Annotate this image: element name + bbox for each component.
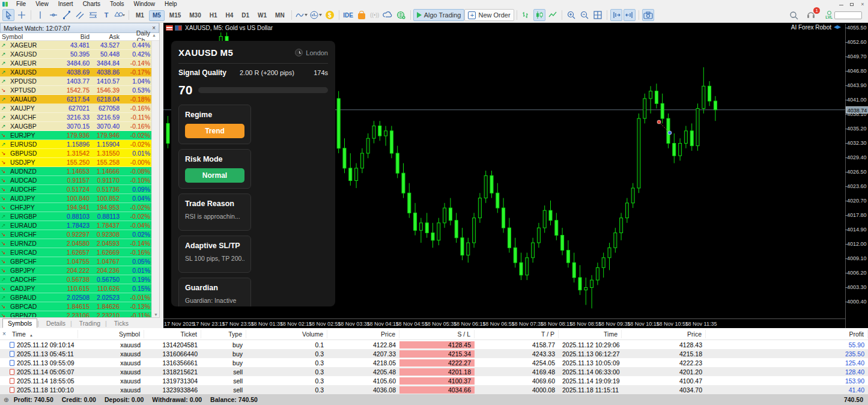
menu-window[interactable]: Window [129, 1, 160, 7]
market-watch-row-gbpusd[interactable]: ↘GBPUSD1.315421.315500.01% [0, 149, 152, 158]
market-watch-row-xptusd[interactable]: ↘XPTUSD1542.751546.390.53% [0, 86, 152, 95]
scroll-down-icon[interactable]: ▼ [152, 312, 160, 317]
market-watch-row-xauaud[interactable]: ↗XAUAUD6217.546218.04-0.18% [0, 95, 152, 104]
close-toolbox-icon[interactable]: × [0, 330, 8, 337]
toolbox-column-sl[interactable]: S / L [399, 330, 475, 338]
support-icon[interactable]: 1 [805, 9, 817, 21]
fibonacci-tool-icon[interactable] [87, 9, 99, 21]
market-watch-row-cadchf[interactable]: ↗CADCHF0.567380.567500.19% [0, 275, 152, 284]
menu-file[interactable]: File [11, 1, 31, 7]
menu-charts[interactable]: Charts [78, 1, 105, 7]
close-icon[interactable]: × [152, 25, 156, 31]
market-watch-header[interactable]: Symbol Bid Ask Daily Ch... ▲ [0, 33, 159, 41]
market-watch-row-eurjpy[interactable]: ↘EURJPY179.936179.946-0.02% [0, 131, 152, 140]
trendline-tool-icon[interactable] [61, 9, 73, 21]
market-watch-row-audchf[interactable]: ↘AUDCHF0.517240.517360.09% [0, 185, 152, 194]
market-watch-row-eurusd[interactable]: ↗EURUSD1.158961.15904-0.02% [0, 140, 152, 149]
market-watch-scrollbar[interactable]: ▼ [151, 41, 159, 317]
candlestick-style-icon[interactable] [533, 9, 545, 21]
toolbox-column-profit[interactable]: Profit [706, 330, 868, 338]
level-widget[interactable]: LVL [825, 11, 862, 19]
chart-title-bar[interactable]: XAUUSD, M5: Gold vs US Dollar [163, 23, 868, 32]
cloud-icon[interactable] [382, 9, 394, 21]
market-watch-row-xaujpy[interactable]: ↗XAUJPY627021627058-0.16% [0, 104, 152, 113]
market-watch-row-euraud[interactable]: ↗EURAUD1.784231.78437-0.04% [0, 221, 152, 230]
shapes-tool-icon[interactable] [114, 9, 126, 21]
toolbox-column-ticket[interactable]: Ticket [144, 330, 201, 338]
toolbox-column-type[interactable]: Type [201, 330, 246, 338]
market-watch-row-gbpchf[interactable]: ↘GBPCHF1.047551.047670.05% [0, 257, 152, 266]
market-watch-row-audcad[interactable]: ↘AUDCAD0.911570.91170-0.10% [0, 176, 152, 185]
market-watch-row-gbpnzd[interactable]: ↘GBPNZD2.231062.23210-0.11% [0, 311, 152, 317]
ide-button[interactable]: IDE [342, 9, 354, 21]
dock-left-icon[interactable] [624, 9, 636, 21]
screenshot-icon[interactable] [642, 9, 654, 21]
community-icon[interactable] [395, 9, 407, 21]
market-watch-row-audnzd[interactable]: ↘AUDNZD1.146531.14666-0.08% [0, 167, 152, 176]
menu-tools[interactable]: Tools [105, 1, 129, 7]
toolbox-column-time[interactable]: Time▲ [8, 330, 78, 338]
toolbox-column-tp[interactable]: T / P [475, 330, 559, 338]
toolbox-column-price[interactable]: Price [622, 330, 706, 338]
market-watch-row-xageur[interactable]: ↗XAGEUR43.48143.5270.44% [0, 41, 152, 50]
line-chart-style-icon[interactable] [547, 9, 559, 21]
market-watch-row-xauchf[interactable]: ↗XAUCHF3216.333216.59-0.11% [0, 113, 152, 122]
tab-trading[interactable]: Trading [74, 319, 105, 327]
history-row[interactable]: 2025.11.13 05:45:11xauusd1316066440buy0.… [0, 349, 868, 358]
tab-ticks[interactable]: Ticks [109, 319, 133, 327]
text-tool-icon[interactable]: T [100, 9, 112, 21]
history-row[interactable]: 2025.11.14 05:05:07xauusd1318215621sell0… [0, 367, 868, 376]
zoom-out-icon[interactable] [578, 9, 590, 21]
toolbox-column-time[interactable]: Time [559, 330, 622, 338]
market-watch-row-xagusd[interactable]: ↗XAGUSD50.39550.4480.42% [0, 50, 152, 59]
crosshair-tool-icon[interactable] [16, 9, 28, 21]
menu-help[interactable]: Help [160, 1, 182, 7]
time-axis[interactable]: 17 Nov 202517 Nov 23:1517 Nov 23:5518 No… [163, 318, 845, 328]
timeframe-m5[interactable]: M5 [149, 10, 165, 21]
search-icon[interactable] [788, 9, 800, 21]
new-order-button[interactable]: + New Order [464, 9, 514, 21]
timeframe-m30[interactable]: M30 [186, 10, 204, 21]
indicators-icon[interactable] [309, 9, 323, 21]
toolbox-column-volume[interactable]: Volume [246, 330, 327, 338]
signals-icon[interactable]: ((•)) [369, 9, 381, 21]
history-row[interactable]: 2025.11.12 09:10:14xauusd1314204581buy0.… [0, 340, 868, 349]
restore-button[interactable] [846, 1, 857, 7]
timeframe-h4[interactable]: H4 [222, 10, 237, 21]
risk-normal-button[interactable]: Normal [185, 168, 244, 183]
toolbox-header[interactable]: ×Time▲SymbolTicketTypeVolumePriceS / LT … [0, 328, 868, 340]
vertical-line-tool-icon[interactable] [34, 9, 46, 21]
history-row[interactable]: 2025.11.13 09:55:09xauusd1316356661buy0.… [0, 358, 868, 367]
market-watch-row-xpdusd[interactable]: ↗XPDUSD1403.771410.571.04% [0, 77, 152, 86]
market-watch-row-eurgbp[interactable]: ↗EURGBP0.881030.88113-0.02% [0, 212, 152, 221]
tile-windows-icon[interactable] [592, 9, 604, 21]
timeframe-mn[interactable]: MN [272, 10, 288, 21]
market-watch-row-xauusd[interactable]: ↗XAUUSD4038.694038.86-0.17% [0, 68, 152, 77]
chart-mode-icon[interactable] [295, 9, 308, 21]
market-watch-row-audjpy[interactable]: ↘AUDJPY100.840100.8520.04% [0, 194, 152, 203]
market-watch-row-usdjpy[interactable]: ↘USDJPY155.250155.258-0.00% [0, 158, 152, 167]
market-watch-row-eurchf[interactable]: ↘EURCHF0.922970.923080.02% [0, 230, 152, 239]
toolbox-column-price[interactable]: Price [327, 330, 399, 338]
toolbox-column-symbol[interactable]: Symbol [78, 330, 144, 338]
bar-chart-style-icon[interactable] [520, 9, 532, 21]
tab-details[interactable]: Details [41, 319, 70, 327]
history-row[interactable]: 2025.11.18 11:00:10xauusd1323933846sell0… [0, 385, 868, 394]
quotes-icon[interactable]: $ [324, 9, 336, 21]
history-row[interactable]: 2025.11.14 18:55:05xauusd1319731304sell0… [0, 376, 868, 385]
timeframe-m1[interactable]: M1 [132, 10, 148, 21]
expand-icon[interactable]: ⊕ [4, 396, 9, 403]
tab-symbols[interactable]: Symbols [2, 318, 37, 328]
market-watch-row-chfjpy[interactable]: ↘CHFJPY194.941194.953-0.02% [0, 203, 152, 212]
market-watch-row-gbpaud[interactable]: ↗GBPAUD2.025082.02523-0.01% [0, 293, 152, 302]
market-watch-row-xaueur[interactable]: ↗XAUEUR3484.603484.84-0.14% [0, 59, 152, 68]
close-window-button[interactable]: × [857, 1, 868, 7]
depth-of-market-icon[interactable] [166, 25, 173, 31]
timeframe-w1[interactable]: W1 [254, 10, 270, 21]
channel-tool-icon[interactable] [74, 9, 86, 21]
horizontal-line-tool-icon[interactable] [47, 9, 59, 21]
menu-view[interactable]: View [31, 1, 53, 7]
market-icon[interactable] [356, 9, 368, 21]
market-watch-row-gbpjpy[interactable]: ↘GBPJPY204.222204.2360.01% [0, 266, 152, 275]
market-watch-row-xaugbp[interactable]: ↗XAUGBP3070.153070.40-0.16% [0, 122, 152, 131]
